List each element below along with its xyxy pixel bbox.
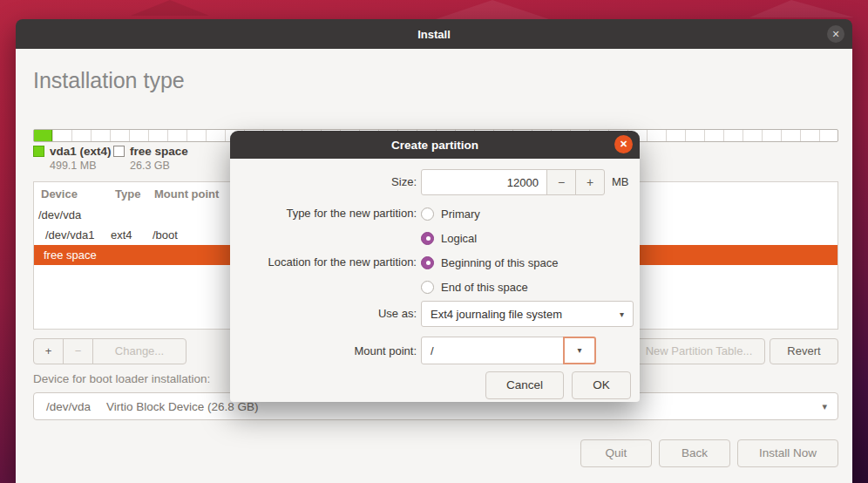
- column-header-mount-point[interactable]: Mount point: [154, 187, 219, 201]
- quit-button[interactable]: Quit: [580, 439, 652, 467]
- radio-label: Primary: [441, 207, 480, 221]
- dialog-close-icon[interactable]: ✕: [614, 135, 633, 153]
- radio-label: End of this space: [441, 281, 528, 294]
- column-header-type[interactable]: Type: [115, 187, 140, 201]
- legend-size: 499.1 MB: [50, 160, 112, 172]
- wallpaper-shape: [749, 0, 854, 17]
- create-partition-dialog: Create partition ✕ Size: − + MB Type for…: [230, 131, 640, 402]
- add-partition-button[interactable]: +: [33, 338, 64, 364]
- column-header-device[interactable]: Device: [41, 187, 78, 201]
- radio-end-of-space[interactable]: End of this space: [421, 277, 528, 296]
- legend-swatch-green: [33, 146, 44, 157]
- use-as-select[interactable]: Ext4 journaling file system ▾: [421, 301, 634, 327]
- location-label: Location for the new partition:: [230, 253, 417, 272]
- mount-point-dropdown-button[interactable]: ▾: [563, 337, 596, 364]
- dialog-title: Create partition: [391, 139, 478, 152]
- size-input[interactable]: [421, 169, 547, 195]
- cell-device: /dev/vda: [38, 208, 81, 221]
- radio-icon: [421, 207, 434, 221]
- new-partition-table-button[interactable]: New Partition Table...: [633, 338, 765, 364]
- legend-item-vda1: vda1 (ext4) 499.1 MB: [33, 145, 112, 172]
- legend-item-free-space: free space 26.3 GB: [113, 145, 188, 172]
- bootloader-device-value: /dev/vda: [46, 400, 91, 413]
- radio-label: Logical: [441, 232, 477, 245]
- legend-label: vda1 (ext4): [50, 145, 112, 158]
- size-unit-label: MB: [612, 169, 629, 195]
- legend-swatch-white: [113, 146, 125, 157]
- type-label: Type for the new partition:: [230, 204, 417, 223]
- revert-button[interactable]: Revert: [770, 338, 838, 364]
- radio-label: Beginning of this space: [441, 256, 558, 269]
- page-title: Installation type: [33, 68, 185, 93]
- cancel-button[interactable]: Cancel: [485, 371, 564, 399]
- radio-icon: [421, 281, 434, 294]
- size-increment-button[interactable]: +: [575, 169, 605, 195]
- dialog-titlebar: Create partition ✕: [230, 131, 640, 159]
- mount-point-input[interactable]: [421, 337, 564, 364]
- size-label: Size:: [230, 169, 417, 195]
- chevron-down-icon: ▾: [822, 401, 827, 412]
- remove-partition-button[interactable]: −: [63, 338, 93, 364]
- radio-icon: [421, 232, 434, 245]
- size-decrement-button[interactable]: −: [546, 169, 576, 195]
- change-partition-button[interactable]: Change...: [92, 338, 186, 364]
- window-close-icon[interactable]: ✕: [827, 25, 844, 43]
- use-as-label: Use as:: [230, 301, 417, 327]
- window-titlebar: Install ✕: [16, 19, 852, 49]
- ok-button[interactable]: OK: [572, 371, 631, 399]
- radio-logical[interactable]: Logical: [421, 228, 477, 248]
- bootloader-device-label: Device for boot loader installation:: [33, 372, 210, 385]
- cell-type: ext4: [111, 228, 132, 242]
- wallpaper-shape: [436, 0, 549, 19]
- radio-primary[interactable]: Primary: [421, 204, 480, 223]
- legend-size: 26.3 GB: [130, 160, 188, 172]
- install-now-button[interactable]: Install Now: [737, 439, 838, 467]
- wallpaper-shape: [131, 0, 209, 16]
- cell-device: free space: [44, 248, 97, 262]
- legend-label: free space: [130, 145, 188, 158]
- radio-beginning-of-space[interactable]: Beginning of this space: [421, 253, 558, 272]
- window-title: Install: [417, 28, 451, 41]
- back-button[interactable]: Back: [659, 439, 730, 467]
- mount-point-label: Mount point:: [230, 337, 417, 365]
- cell-mount-point: /boot: [153, 228, 178, 242]
- radio-icon: [421, 256, 434, 269]
- use-as-value: Ext4 journaling file system: [431, 308, 562, 321]
- partition-bar-segment-vda1: [34, 130, 52, 141]
- cell-device: /dev/vda1: [45, 228, 94, 242]
- chevron-down-icon: ▾: [620, 310, 624, 319]
